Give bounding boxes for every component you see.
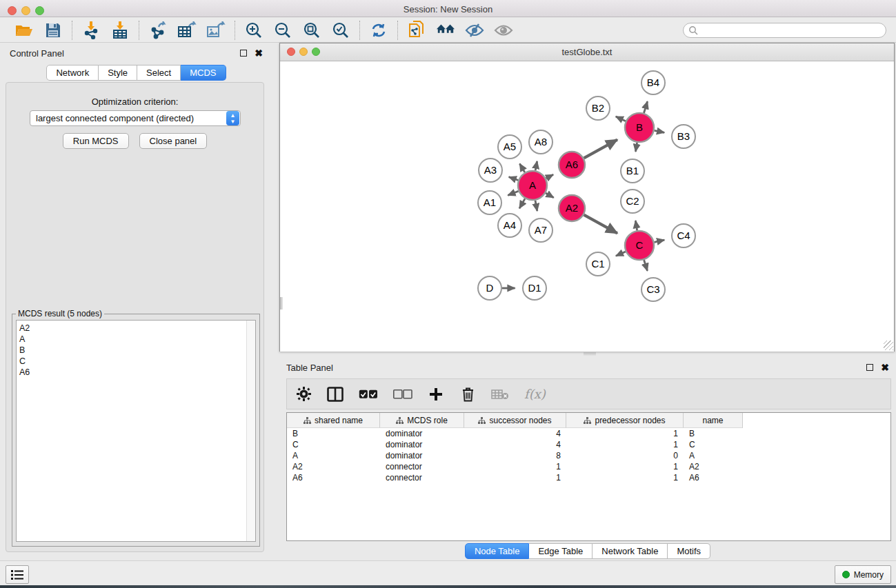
tab-edge-table[interactable]: Edge Table	[529, 543, 593, 559]
graph-edge-A2-C[interactable]	[584, 215, 617, 234]
table-row[interactable]: Bdominator41B	[287, 428, 890, 439]
float-panel-icon[interactable]	[240, 50, 247, 57]
export-table-icon[interactable]	[177, 21, 197, 40]
optimization-criterion-select[interactable]: largest connected component (directed) ▲…	[30, 110, 241, 126]
table-cell[interactable]: 1	[566, 462, 684, 472]
refresh-icon[interactable]	[369, 21, 388, 40]
window-resize-grip-bottom[interactable]	[584, 352, 596, 356]
delete-column-trash-icon[interactable]	[459, 384, 476, 405]
graph-edge-A-A4[interactable]	[519, 199, 525, 208]
graph-edge-A-A5[interactable]	[519, 163, 524, 172]
table-cell[interactable]: A2	[287, 462, 380, 472]
save-session-icon[interactable]	[43, 21, 63, 40]
table-cell[interactable]: C	[287, 440, 380, 449]
export-image-icon[interactable]	[206, 21, 226, 40]
export-network-icon[interactable]	[148, 21, 168, 40]
hide-details-icon[interactable]	[465, 21, 484, 40]
network-window-titlebar[interactable]: testGlobe.txt	[280, 43, 894, 61]
graph-edge-B-B2[interactable]	[616, 116, 626, 121]
table-cell[interactable]: connector	[380, 473, 464, 483]
clone-network-icon[interactable]	[407, 21, 426, 40]
column-header-MCDS-role[interactable]: MCDS role	[380, 413, 464, 428]
graph-edge-A-A6[interactable]	[546, 174, 553, 179]
table-cell[interactable]: A	[684, 451, 743, 460]
table-cell[interactable]: 0	[566, 451, 684, 460]
tab-motifs[interactable]: Motifs	[668, 543, 710, 559]
mcds-result-item[interactable]: A2	[19, 323, 255, 334]
show-columns-icon[interactable]	[327, 384, 344, 405]
mcds-result-list[interactable]: A2ABCA6	[16, 320, 256, 542]
table-cell[interactable]: 8	[464, 451, 566, 460]
open-session-icon[interactable]	[14, 21, 34, 40]
table-cell[interactable]: A2	[684, 462, 743, 472]
graph-edge-B-B3[interactable]	[655, 130, 665, 132]
graph-edge-C-C4[interactable]	[654, 240, 664, 242]
table-cell[interactable]: dominator	[380, 440, 464, 449]
table-cell[interactable]: 4	[464, 429, 566, 438]
mcds-result-item[interactable]: A6	[19, 367, 255, 378]
table-cell[interactable]: dominator	[380, 451, 464, 460]
table-row[interactable]: A6connector11A6	[287, 472, 890, 483]
graph-edge-A-A8[interactable]	[535, 161, 537, 170]
network-canvas[interactable]: B4B2BB3A5A8A6A3B1AA1C2A2A4A7C4CC1C3DD1	[280, 61, 894, 352]
import-table-icon[interactable]	[110, 21, 130, 40]
column-header-shared-name[interactable]: shared name	[287, 413, 380, 428]
graph-edge-B-B1[interactable]	[635, 143, 637, 152]
zoom-in-icon[interactable]	[244, 21, 263, 40]
zoom-selected-icon[interactable]	[331, 21, 350, 40]
select-all-columns-icon[interactable]	[359, 384, 378, 405]
table-row[interactable]: A2connector11A2	[287, 461, 890, 472]
table-cell[interactable]: 1	[566, 440, 684, 449]
table-cell[interactable]: 4	[464, 440, 566, 449]
run-mcds-button[interactable]: Run MCDS	[63, 133, 129, 149]
close-panel-button[interactable]: Close panel	[139, 133, 208, 149]
table-cell[interactable]: 1	[464, 473, 566, 483]
tab-mcds[interactable]: MCDS	[181, 65, 226, 81]
graph-edge-C-C2[interactable]	[635, 221, 637, 230]
graph-edge-A-A7[interactable]	[535, 201, 537, 211]
mcds-result-item[interactable]: C	[19, 356, 255, 367]
graph-edge-C-C1[interactable]	[616, 252, 626, 256]
graph-edge-B-B4[interactable]	[644, 101, 647, 113]
search-input[interactable]	[698, 26, 877, 35]
column-header-successor-nodes[interactable]: successor nodes	[464, 413, 566, 428]
window-resize-grip-left[interactable]	[280, 297, 283, 310]
mcds-result-item[interactable]: A	[19, 334, 255, 345]
tab-network-table[interactable]: Network Table	[593, 543, 668, 559]
table-cell[interactable]: A	[287, 451, 380, 460]
home-views-icon[interactable]	[436, 21, 455, 40]
show-graphics-icon[interactable]	[494, 21, 513, 40]
deselect-all-columns-icon[interactable]	[393, 384, 412, 405]
zoom-out-icon[interactable]	[273, 21, 292, 40]
table-cell[interactable]: B	[684, 429, 743, 438]
graph-edge-A-A1[interactable]	[508, 191, 518, 195]
window-resize-grip-corner[interactable]	[884, 341, 893, 350]
table-settings-gear-icon[interactable]	[295, 384, 312, 405]
table-row[interactable]: Adominator80A	[287, 450, 890, 461]
close-panel-icon[interactable]: ✖	[255, 50, 263, 57]
graph-edge-A6-B[interactable]	[584, 140, 617, 159]
search-field[interactable]	[683, 23, 886, 38]
table-cell[interactable]: A6	[287, 473, 380, 483]
task-history-button[interactable]	[6, 565, 29, 584]
table-cell[interactable]: 1	[464, 462, 566, 472]
graph-edge-A-A2[interactable]	[546, 193, 554, 198]
mcds-result-item[interactable]: B	[19, 345, 255, 356]
table-cell[interactable]: connector	[380, 462, 464, 472]
table-cell[interactable]: B	[287, 429, 380, 438]
tab-node-table[interactable]: Node Table	[465, 543, 530, 559]
create-column-plus-icon[interactable]	[428, 384, 444, 405]
tab-network[interactable]: Network	[46, 65, 99, 81]
result-scrollbar[interactable]	[246, 321, 255, 541]
column-header-name[interactable]: name	[684, 413, 743, 428]
table-cell[interactable]: A6	[684, 473, 743, 483]
table-cell[interactable]: C	[684, 440, 743, 449]
table-cell[interactable]: 1	[566, 429, 684, 438]
table-cell[interactable]: dominator	[380, 429, 464, 438]
column-header-predecessor-nodes[interactable]: predecessor nodes	[566, 413, 684, 428]
tab-style[interactable]: Style	[99, 65, 137, 81]
graph-edge-C-C3[interactable]	[644, 260, 648, 271]
memory-button[interactable]: Memory	[835, 565, 891, 584]
zoom-fit-icon[interactable]	[302, 21, 321, 40]
import-network-icon[interactable]	[81, 21, 101, 40]
